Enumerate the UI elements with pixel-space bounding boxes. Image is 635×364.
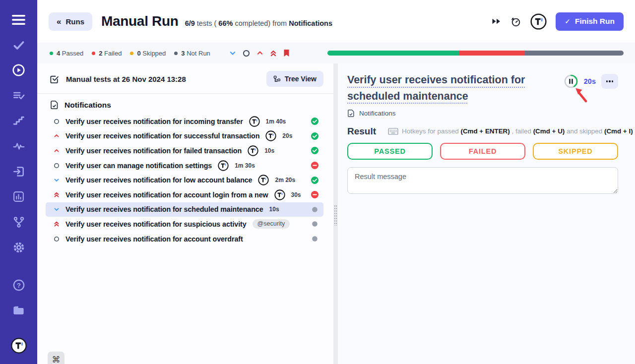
test-title: Verify user receives notification for ac… xyxy=(65,235,243,243)
test-row[interactable]: Verify user receives notification for su… xyxy=(46,217,323,232)
result-skipped-button[interactable]: SKIPPED xyxy=(533,143,618,160)
status-dot xyxy=(174,52,178,55)
test-row[interactable]: Verify user receives notification for su… xyxy=(46,129,323,144)
bookmark-filter-icon[interactable] xyxy=(283,49,290,57)
test-duration: 30s xyxy=(291,191,301,198)
test-row[interactable]: Verify user receives notification for ac… xyxy=(46,187,323,202)
top-bar-actions: ✓ Finish Run xyxy=(492,12,624,31)
priority-normal-icon xyxy=(53,119,60,124)
test-title: Verify user receives notification for ac… xyxy=(65,191,268,199)
status-failed-icon xyxy=(311,161,319,170)
priority-high-filter-icon[interactable] xyxy=(256,50,263,57)
status-count-skipped[interactable]: 0 Skipped xyxy=(130,50,166,57)
menu-icon[interactable] xyxy=(0,7,37,32)
testomat-logo[interactable] xyxy=(0,333,37,358)
result-passed-button[interactable]: PASSED xyxy=(347,143,433,160)
document-icon xyxy=(50,100,59,110)
play-circle-icon[interactable] xyxy=(0,58,37,83)
command-shortcut-button[interactable]: ⌘ xyxy=(48,352,64,364)
timer-value: 20s xyxy=(584,77,596,85)
status-dot xyxy=(130,52,133,55)
finish-run-button[interactable]: ✓ Finish Run xyxy=(556,12,624,31)
test-list: Verify user receives notification for in… xyxy=(37,114,333,246)
page-title: Manual Run xyxy=(101,13,179,29)
test-detail-title[interactable]: Verify user receives notification for sc… xyxy=(347,72,536,105)
check-icon[interactable] xyxy=(0,32,37,58)
testomat-logo-badge xyxy=(530,13,547,30)
testomat-test-icon xyxy=(258,175,269,185)
test-tag: @security xyxy=(253,219,290,229)
test-title: Verify user receives notification for sc… xyxy=(65,205,263,213)
panel-splitter[interactable] xyxy=(333,63,338,364)
priority-low-filter-icon[interactable] xyxy=(229,50,236,57)
result-message-input[interactable] xyxy=(347,167,618,194)
test-row[interactable]: Verify user receives notification for lo… xyxy=(46,173,323,187)
more-options-button[interactable] xyxy=(601,74,618,89)
test-duration: 2m 20s xyxy=(275,177,295,183)
breadcrumb[interactable]: Notifications xyxy=(347,109,618,118)
status-dot xyxy=(50,52,53,55)
status-passed-icon xyxy=(311,117,319,125)
test-list-header: Manual tests at 26 Nov 2024 13:28 Tree V… xyxy=(37,63,333,93)
test-row[interactable]: Verify user receives notification for sc… xyxy=(46,202,323,217)
help-icon[interactable]: ? xyxy=(0,272,37,298)
status-count-not-run[interactable]: 3 Not Run xyxy=(174,50,210,57)
activity-icon[interactable] xyxy=(0,133,37,159)
breadcrumb-label: Notifications xyxy=(359,110,396,117)
document-icon xyxy=(347,109,355,118)
suite-folder-row[interactable]: Notifications xyxy=(37,94,333,114)
list-check-icon[interactable] xyxy=(0,83,37,108)
test-duration: 10s xyxy=(264,147,274,154)
status-notrun-icon xyxy=(311,235,319,243)
checklist-icon xyxy=(49,74,60,84)
priority-high-icon xyxy=(53,148,60,154)
test-detail-controls: 20s xyxy=(564,74,618,89)
priority-high-icon xyxy=(53,133,60,139)
test-title: Verify user receives notification for fa… xyxy=(65,147,242,155)
testomat-test-icon xyxy=(248,145,258,156)
priority-critical-icon xyxy=(53,191,60,198)
run-list-title: Manual tests at 26 Nov 2024 13:28 xyxy=(66,75,186,83)
check-icon: ✓ xyxy=(565,17,571,25)
content: Manual tests at 26 Nov 2024 13:28 Tree V… xyxy=(37,63,635,364)
stopwatch-icon[interactable] xyxy=(510,16,521,27)
status-notrun-icon xyxy=(311,220,319,228)
fast-forward-icon[interactable] xyxy=(492,18,501,24)
folder-icon[interactable] xyxy=(0,298,37,323)
test-row[interactable]: Verify user receives notification for ac… xyxy=(46,232,323,246)
pause-timer-button[interactable] xyxy=(564,74,578,89)
top-bar: « Runs Manual Run 6/9 tests ( 66% comple… xyxy=(37,0,635,43)
runs-back-button[interactable]: « Runs xyxy=(49,12,92,31)
status-dot xyxy=(92,52,95,55)
result-failed-button[interactable]: FAILED xyxy=(440,143,525,160)
test-row[interactable]: Verify user receives notification for in… xyxy=(46,114,323,129)
svg-text:?: ? xyxy=(16,281,20,289)
tree-view-label: Tree View xyxy=(285,75,317,83)
steps-icon[interactable] xyxy=(0,108,37,133)
double-chevron-left-icon: « xyxy=(57,17,61,26)
test-title: Verify user receives notification for su… xyxy=(65,220,247,228)
status-count-failed[interactable]: 2 Failed xyxy=(92,50,122,57)
branch-icon[interactable] xyxy=(0,209,37,235)
test-title: Verify user can manage notification sett… xyxy=(65,162,212,170)
progress-segment xyxy=(327,51,459,56)
sign-in-icon[interactable] xyxy=(0,159,37,184)
priority-critical-filter-icon[interactable] xyxy=(270,50,277,57)
test-row[interactable]: Verify user receives notification for fa… xyxy=(46,143,323,158)
priority-normal-filter-icon[interactable] xyxy=(243,50,250,57)
test-title: Verify user receives notification for in… xyxy=(65,118,243,125)
test-list-panel: Manual tests at 26 Nov 2024 13:28 Tree V… xyxy=(37,63,333,364)
priority-low-icon xyxy=(53,177,60,183)
tree-view-button[interactable]: Tree View xyxy=(266,71,323,87)
hotkey-segment: (Cmd + U) xyxy=(533,127,565,135)
gear-icon[interactable] xyxy=(0,235,37,260)
test-row[interactable]: Verify user can manage notification sett… xyxy=(46,158,323,173)
suite-folder-label: Notifications xyxy=(64,101,111,110)
tree-icon xyxy=(273,75,281,83)
bar-chart-icon[interactable] xyxy=(0,184,37,209)
app-root: ? « Runs Manual Run 6/9 tests ( 66% comp… xyxy=(0,0,635,364)
hotkey-segment: Hotkeys for passed xyxy=(402,127,460,135)
status-count-passed[interactable]: 4 Passed xyxy=(50,50,83,57)
splitter-drag-handle[interactable] xyxy=(334,205,337,226)
finish-run-label: Finish Run xyxy=(575,17,615,26)
